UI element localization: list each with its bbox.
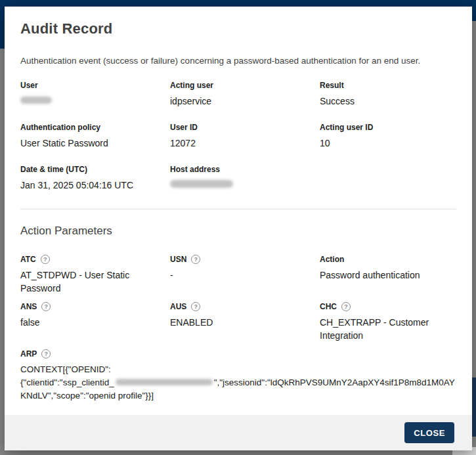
field-value: idpservice bbox=[170, 95, 308, 108]
param-value: Password authentication bbox=[320, 269, 444, 282]
param-label: ANS bbox=[20, 301, 37, 312]
audit-record-dialog: Audit Record Authentication event (succe… bbox=[5, 7, 472, 450]
field-value: Jan 31, 2025 05:04:16 UTC bbox=[20, 179, 158, 192]
backdrop-right-section bbox=[472, 378, 476, 437]
field-host-address: Host address bbox=[170, 164, 320, 192]
dialog-description: Authentication event (success or failure… bbox=[20, 55, 456, 67]
backdrop-header-left bbox=[0, 0, 5, 49]
backdrop-header-bar bbox=[0, 0, 476, 7]
field-label: Acting user ID bbox=[320, 122, 444, 133]
action-parameters-title: Action Parameters bbox=[20, 224, 456, 238]
redacted-clientid-value bbox=[116, 379, 213, 385]
param-label: ARP bbox=[20, 349, 37, 359]
param-atc: ATC ? AT_STDPWD - User Static Password bbox=[20, 254, 170, 295]
field-label: Date & time (UTC) bbox=[20, 164, 158, 175]
field-label: Acting user bbox=[170, 80, 308, 91]
field-user: User bbox=[20, 80, 170, 108]
field-authentication-policy: Authentication policy User Static Passwo… bbox=[20, 122, 170, 150]
field-empty bbox=[320, 164, 456, 192]
field-label: User bbox=[20, 80, 158, 91]
param-value: CH_EXTRAPP - Customer Integration bbox=[320, 316, 444, 342]
redacted-host-value bbox=[170, 180, 233, 188]
help-icon[interactable]: ? bbox=[41, 255, 50, 264]
field-label: Result bbox=[320, 80, 444, 91]
param-value: ENABLED bbox=[170, 316, 308, 329]
field-label: User ID bbox=[170, 122, 308, 133]
help-icon[interactable]: ? bbox=[41, 349, 51, 358]
param-chc: CHC ? CH_EXTRAPP - Customer Integration bbox=[320, 301, 456, 342]
help-icon[interactable]: ? bbox=[191, 255, 200, 264]
field-value: User Static Password bbox=[20, 137, 158, 150]
param-label: CHC bbox=[320, 301, 337, 312]
field-grid: User Acting user idpservice Result Succe… bbox=[20, 80, 456, 206]
param-action: Action Password authentication bbox=[320, 254, 456, 295]
help-icon[interactable]: ? bbox=[341, 302, 351, 311]
param-label: Action bbox=[320, 254, 344, 265]
action-parameters-grid: ATC ? AT_STDPWD - User Static Password U… bbox=[20, 254, 456, 349]
field-label: Authentication policy bbox=[20, 122, 158, 133]
field-acting-user-id: Acting user ID 10 bbox=[320, 122, 456, 150]
field-result: Result Success bbox=[320, 80, 456, 108]
dialog-title: Audit Record bbox=[20, 20, 456, 38]
field-value: 12072 bbox=[170, 137, 308, 150]
param-label: ATC bbox=[20, 254, 36, 265]
arp-clientid-prefix: {"clientid":"ssp_clientid_ bbox=[20, 378, 114, 387]
field-date-time: Date & time (UTC) Jan 31, 2025 05:04:16 … bbox=[20, 164, 170, 192]
field-label: Host address bbox=[170, 164, 308, 175]
param-label: USN bbox=[170, 254, 186, 265]
help-icon[interactable]: ? bbox=[41, 302, 51, 311]
param-usn: USN ? - bbox=[170, 254, 320, 295]
section-divider bbox=[20, 209, 456, 209]
param-value: - bbox=[170, 269, 308, 282]
param-value: AT_STDPWD - User Static Password bbox=[20, 269, 158, 295]
field-value: Success bbox=[320, 95, 444, 108]
arp-line1: CONTEXT[{"OPENID": bbox=[20, 364, 111, 374]
param-label: AUS bbox=[170, 301, 186, 312]
close-button[interactable]: CLOSE bbox=[404, 422, 454, 443]
field-acting-user: Acting user idpservice bbox=[170, 80, 320, 108]
help-icon[interactable]: ? bbox=[191, 302, 200, 311]
param-ans: ANS ? false bbox=[20, 301, 170, 342]
dialog-footer: CLOSE bbox=[5, 415, 472, 450]
param-aus: AUS ? ENABLED bbox=[170, 301, 320, 342]
field-value: 10 bbox=[320, 137, 444, 150]
param-value: false bbox=[20, 316, 158, 329]
param-arp: ARP ? CONTEXT[{"OPENID":{"clientid":"ssp… bbox=[20, 349, 456, 402]
backdrop-header-right bbox=[472, 0, 476, 21]
redacted-user-value bbox=[20, 97, 52, 104]
param-arp-value: CONTEXT[{"OPENID":{"clientid":"ssp_clien… bbox=[20, 363, 456, 402]
field-user-id: User ID 12072 bbox=[170, 122, 320, 150]
dialog-body: Audit Record Authentication event (succe… bbox=[5, 7, 472, 415]
